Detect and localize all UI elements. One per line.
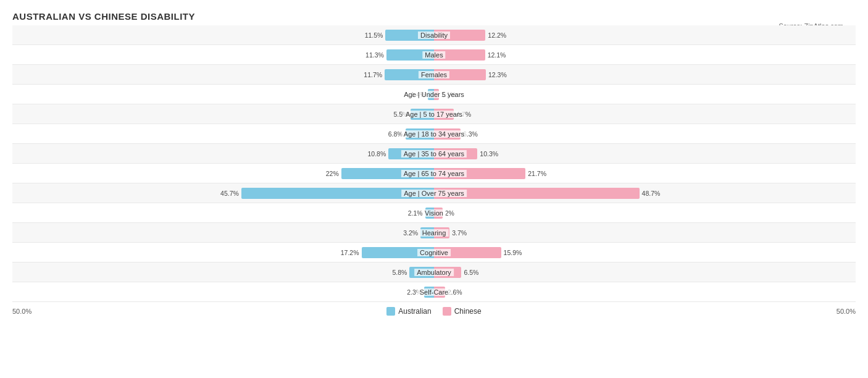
bar-label: Age | 18 to 34 years	[401, 130, 467, 138]
left-side: 45.7%	[12, 183, 434, 203]
value-left: 5.8%	[392, 269, 407, 276]
left-side: 2.3%	[12, 282, 434, 301]
bar-label: Age | 5 to 17 years	[403, 111, 465, 118]
value-right: 15.9%	[504, 249, 522, 256]
left-side: 22%	[12, 164, 434, 183]
bar-label: Age | 65 to 74 years	[401, 170, 467, 177]
value-left: 11.7%	[364, 71, 382, 78]
bar-row: 11.7% Females 12.3%	[12, 65, 856, 85]
bar-label: Hearing	[420, 229, 449, 237]
legend-chinese: Chinese	[443, 307, 482, 316]
value-left: 11.5%	[365, 32, 383, 39]
right-side: 10.3%	[434, 144, 856, 163]
right-side: 6.5%	[434, 262, 856, 282]
legend-label-australian: Australian	[398, 307, 431, 316]
legend-box-chinese	[443, 307, 451, 316]
bar-row: 1.4% Age | Under 5 years 1.1%	[12, 85, 856, 104]
bar-row: 22% Age | 65 to 74 years 21.7%	[12, 164, 856, 183]
bar-label: Self-Care	[417, 288, 451, 296]
chart-title: AUSTRALIAN VS CHINESE DISABILITY	[12, 11, 856, 22]
bar-label: Males	[422, 51, 445, 59]
value-right: 12.2%	[488, 32, 506, 39]
left-side: 11.7%	[12, 65, 434, 84]
left-side: 5.5%	[12, 104, 434, 124]
right-side: 3.7%	[434, 223, 856, 242]
left-side: 11.5%	[12, 25, 434, 44]
left-side: 11.3%	[12, 45, 434, 64]
bar-row: 2.1% Vision 2%	[12, 203, 856, 223]
bar-label: Age | Over 75 years	[401, 190, 467, 197]
chart-container: AUSTRALIAN VS CHINESE DISABILITY Source:…	[0, 0, 868, 328]
header-row: AUSTRALIAN VS CHINESE DISABILITY Source:…	[12, 11, 856, 22]
right-side: 12.1%	[434, 45, 856, 64]
right-side: 1.1%	[434, 85, 856, 104]
right-side: 21.7%	[434, 164, 856, 183]
value-left: 2.1%	[408, 209, 423, 217]
bar-row: 45.7% Age | Over 75 years 48.7%	[12, 183, 856, 203]
bar-row: 5.5% Age | 5 to 17 years 4.7%	[12, 104, 856, 124]
footer-row: 50.0% Australian Chinese 50.0%	[12, 307, 856, 316]
bar-row: 11.5% Disability 12.2%	[12, 25, 856, 45]
footer-scale-right: 50.0%	[837, 308, 856, 315]
bar-row: 10.8% Age | 35 to 64 years 10.3%	[12, 144, 856, 164]
bar-row: 17.2% Cognitive 15.9%	[12, 243, 856, 262]
right-side: 12.3%	[434, 65, 856, 84]
bar-label: Vision	[422, 209, 446, 217]
right-side: 2%	[434, 203, 856, 222]
value-right: 12.1%	[488, 51, 506, 59]
footer-scale-left: 50.0%	[12, 308, 31, 315]
right-side: 4.7%	[434, 104, 856, 124]
legend: Australian Chinese	[386, 307, 481, 316]
value-left: 22%	[326, 170, 339, 177]
value-right: 21.7%	[528, 170, 546, 177]
value-left: 10.8%	[367, 150, 386, 158]
left-side: 6.8%	[12, 124, 434, 143]
bar-row: 6.8% Age | 18 to 34 years 6.3%	[12, 124, 856, 144]
value-right: 2%	[445, 209, 454, 217]
left-side: 2.1%	[12, 203, 434, 222]
bar-row: 11.3% Males 12.1%	[12, 45, 856, 65]
legend-label-chinese: Chinese	[454, 307, 482, 316]
bar-row: 3.2% Hearing 3.7%	[12, 223, 856, 243]
value-right: 10.3%	[480, 150, 498, 158]
left-side: 10.8%	[12, 144, 434, 163]
chart-area: 11.5% Disability 12.2% 11.3% Males 12.1%…	[12, 25, 856, 302]
value-right: 48.7%	[642, 190, 661, 197]
bar-label: Ambulatory	[414, 269, 454, 276]
value-left: 3.2%	[403, 229, 418, 237]
right-side: 12.2%	[434, 25, 856, 44]
right-side: 6.3%	[434, 124, 856, 143]
value-right: 6.5%	[464, 269, 478, 276]
legend-box-australian	[386, 307, 395, 316]
bar-label: Age | 35 to 64 years	[401, 150, 467, 158]
value-left: 17.2%	[341, 249, 359, 256]
left-side: 3.2%	[12, 223, 434, 242]
right-side: 48.7%	[434, 183, 856, 203]
value-left: 11.3%	[365, 51, 384, 59]
left-side: 5.8%	[12, 262, 434, 282]
bar-label: Age | Under 5 years	[401, 91, 467, 98]
value-right: 12.3%	[488, 71, 507, 78]
value-left: 45.7%	[220, 190, 239, 197]
value-right: 3.7%	[452, 229, 467, 237]
bar-label: Disability	[418, 32, 450, 39]
right-side: 2.6%	[434, 282, 856, 301]
bar-row: 2.3% Self-Care 2.6%	[12, 282, 856, 302]
bar-row: 5.8% Ambulatory 6.5%	[12, 262, 856, 282]
legend-australian: Australian	[386, 307, 431, 316]
bar-label: Cognitive	[417, 249, 451, 256]
left-side: 17.2%	[12, 243, 434, 262]
right-side: 15.9%	[434, 243, 856, 262]
left-side: 1.4%	[12, 85, 434, 104]
bar-label: Females	[419, 71, 449, 78]
